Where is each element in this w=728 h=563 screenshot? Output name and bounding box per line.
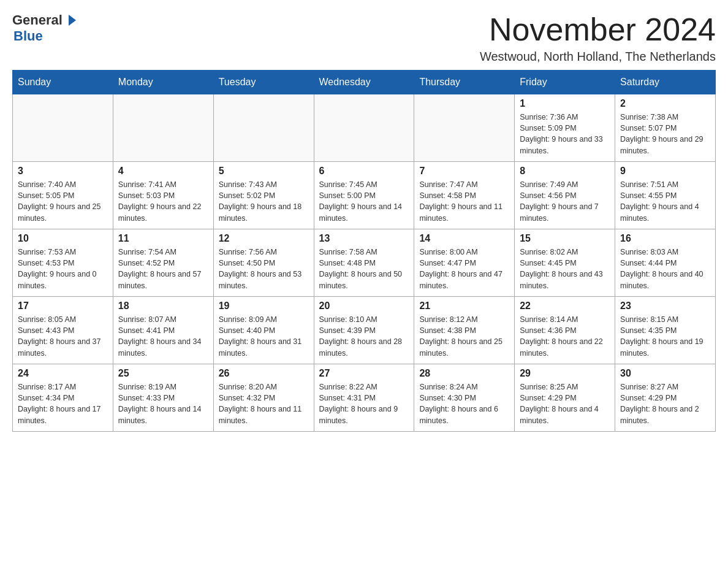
calendar-cell: 7Sunrise: 7:47 AM Sunset: 4:58 PM Daylig… <box>414 162 515 229</box>
calendar-cell <box>314 94 414 162</box>
calendar-cell: 27Sunrise: 8:22 AM Sunset: 4:31 PM Dayli… <box>314 364 414 432</box>
calendar-cell: 30Sunrise: 8:27 AM Sunset: 4:29 PM Dayli… <box>615 364 716 432</box>
page-header: General Blue November 2024 Westwoud, Nor… <box>12 12 716 64</box>
day-info: Sunrise: 8:10 AM Sunset: 4:39 PM Dayligh… <box>319 314 409 359</box>
calendar-cell: 22Sunrise: 8:14 AM Sunset: 4:36 PM Dayli… <box>515 297 615 364</box>
calendar-cell: 21Sunrise: 8:12 AM Sunset: 4:38 PM Dayli… <box>414 297 515 364</box>
day-number: 6 <box>319 166 409 177</box>
day-number: 16 <box>620 233 710 244</box>
day-number: 5 <box>219 166 309 177</box>
day-info: Sunrise: 7:47 AM Sunset: 4:58 PM Dayligh… <box>419 179 509 224</box>
weekday-header-row: SundayMondayTuesdayWednesdayThursdayFrid… <box>13 71 716 94</box>
calendar-cell: 23Sunrise: 8:15 AM Sunset: 4:35 PM Dayli… <box>615 297 716 364</box>
calendar-cell: 9Sunrise: 7:51 AM Sunset: 4:55 PM Daylig… <box>615 162 716 229</box>
day-info: Sunrise: 8:14 AM Sunset: 4:36 PM Dayligh… <box>520 314 610 359</box>
day-info: Sunrise: 8:05 AM Sunset: 4:43 PM Dayligh… <box>18 314 108 359</box>
day-info: Sunrise: 7:56 AM Sunset: 4:50 PM Dayligh… <box>219 247 309 291</box>
day-info: Sunrise: 7:38 AM Sunset: 5:07 PM Dayligh… <box>620 112 710 156</box>
svg-marker-0 <box>69 15 76 26</box>
calendar-cell: 16Sunrise: 8:03 AM Sunset: 4:44 PM Dayli… <box>615 229 716 297</box>
calendar-cell: 6Sunrise: 7:45 AM Sunset: 5:00 PM Daylig… <box>314 162 414 229</box>
day-number: 21 <box>419 301 509 312</box>
logo-blue-text: Blue <box>13 28 43 44</box>
day-info: Sunrise: 7:41 AM Sunset: 5:03 PM Dayligh… <box>118 179 208 224</box>
week-row-5: 24Sunrise: 8:17 AM Sunset: 4:34 PM Dayli… <box>13 364 716 432</box>
day-number: 3 <box>18 166 108 177</box>
weekday-header-saturday: Saturday <box>615 71 716 94</box>
day-number: 17 <box>18 301 108 312</box>
calendar-cell: 5Sunrise: 7:43 AM Sunset: 5:02 PM Daylig… <box>213 162 314 229</box>
calendar-cell: 12Sunrise: 7:56 AM Sunset: 4:50 PM Dayli… <box>213 229 314 297</box>
calendar-cell: 11Sunrise: 7:54 AM Sunset: 4:52 PM Dayli… <box>113 229 213 297</box>
calendar-cell: 24Sunrise: 8:17 AM Sunset: 4:34 PM Dayli… <box>13 364 113 432</box>
day-number: 4 <box>118 166 208 177</box>
calendar-cell: 3Sunrise: 7:40 AM Sunset: 5:05 PM Daylig… <box>13 162 113 229</box>
day-info: Sunrise: 8:27 AM Sunset: 4:29 PM Dayligh… <box>620 381 710 426</box>
day-number: 18 <box>118 301 208 312</box>
day-info: Sunrise: 8:02 AM Sunset: 4:45 PM Dayligh… <box>520 247 610 291</box>
day-info: Sunrise: 8:17 AM Sunset: 4:34 PM Dayligh… <box>18 381 108 426</box>
calendar-cell: 26Sunrise: 8:20 AM Sunset: 4:32 PM Dayli… <box>213 364 314 432</box>
calendar-cell: 28Sunrise: 8:24 AM Sunset: 4:30 PM Dayli… <box>414 364 515 432</box>
calendar-cell: 18Sunrise: 8:07 AM Sunset: 4:41 PM Dayli… <box>113 297 213 364</box>
day-info: Sunrise: 7:36 AM Sunset: 5:09 PM Dayligh… <box>520 112 610 156</box>
weekday-header-sunday: Sunday <box>13 71 113 94</box>
day-number: 25 <box>118 368 208 379</box>
calendar-cell: 8Sunrise: 7:49 AM Sunset: 4:56 PM Daylig… <box>515 162 615 229</box>
day-number: 11 <box>118 233 208 244</box>
day-number: 28 <box>419 368 509 379</box>
week-row-1: 1Sunrise: 7:36 AM Sunset: 5:09 PM Daylig… <box>13 94 716 162</box>
calendar-cell <box>414 94 515 162</box>
day-number: 12 <box>219 233 309 244</box>
calendar-cell: 25Sunrise: 8:19 AM Sunset: 4:33 PM Dayli… <box>113 364 213 432</box>
calendar-cell <box>213 94 314 162</box>
weekday-header-friday: Friday <box>515 71 615 94</box>
day-info: Sunrise: 7:54 AM Sunset: 4:52 PM Dayligh… <box>118 247 208 291</box>
day-number: 24 <box>18 368 108 379</box>
day-info: Sunrise: 8:03 AM Sunset: 4:44 PM Dayligh… <box>620 247 710 291</box>
day-number: 19 <box>219 301 309 312</box>
week-row-2: 3Sunrise: 7:40 AM Sunset: 5:05 PM Daylig… <box>13 162 716 229</box>
day-number: 26 <box>219 368 309 379</box>
day-number: 20 <box>319 301 409 312</box>
day-info: Sunrise: 7:58 AM Sunset: 4:48 PM Dayligh… <box>319 247 409 291</box>
day-number: 15 <box>520 233 610 244</box>
day-info: Sunrise: 7:51 AM Sunset: 4:55 PM Dayligh… <box>620 179 710 224</box>
day-info: Sunrise: 7:53 AM Sunset: 4:53 PM Dayligh… <box>18 247 108 291</box>
calendar-cell: 4Sunrise: 7:41 AM Sunset: 5:03 PM Daylig… <box>113 162 213 229</box>
day-info: Sunrise: 8:20 AM Sunset: 4:32 PM Dayligh… <box>219 381 309 426</box>
day-number: 1 <box>520 98 610 109</box>
calendar-cell <box>13 94 113 162</box>
day-number: 9 <box>620 166 710 177</box>
day-info: Sunrise: 8:15 AM Sunset: 4:35 PM Dayligh… <box>620 314 710 359</box>
calendar-cell: 19Sunrise: 8:09 AM Sunset: 4:40 PM Dayli… <box>213 297 314 364</box>
day-number: 30 <box>620 368 710 379</box>
week-row-3: 10Sunrise: 7:53 AM Sunset: 4:53 PM Dayli… <box>13 229 716 297</box>
day-info: Sunrise: 7:45 AM Sunset: 5:00 PM Dayligh… <box>319 179 409 224</box>
weekday-header-thursday: Thursday <box>414 71 515 94</box>
calendar-cell: 29Sunrise: 8:25 AM Sunset: 4:29 PM Dayli… <box>515 364 615 432</box>
day-info: Sunrise: 8:00 AM Sunset: 4:47 PM Dayligh… <box>419 247 509 291</box>
day-number: 2 <box>620 98 710 109</box>
day-number: 10 <box>18 233 108 244</box>
calendar-cell: 13Sunrise: 7:58 AM Sunset: 4:48 PM Dayli… <box>314 229 414 297</box>
calendar-cell: 10Sunrise: 7:53 AM Sunset: 4:53 PM Dayli… <box>13 229 113 297</box>
month-title: November 2024 <box>480 12 716 47</box>
calendar-cell <box>113 94 213 162</box>
day-info: Sunrise: 8:19 AM Sunset: 4:33 PM Dayligh… <box>118 381 208 426</box>
day-info: Sunrise: 8:07 AM Sunset: 4:41 PM Dayligh… <box>118 314 208 359</box>
day-number: 14 <box>419 233 509 244</box>
day-number: 23 <box>620 301 710 312</box>
calendar-cell: 20Sunrise: 8:10 AM Sunset: 4:39 PM Dayli… <box>314 297 414 364</box>
day-info: Sunrise: 7:40 AM Sunset: 5:05 PM Dayligh… <box>18 179 108 224</box>
calendar-cell: 15Sunrise: 8:02 AM Sunset: 4:45 PM Dayli… <box>515 229 615 297</box>
logo-general-text: General <box>12 12 63 28</box>
title-area: November 2024 Westwoud, North Holland, T… <box>480 12 716 64</box>
day-number: 29 <box>520 368 610 379</box>
day-number: 13 <box>319 233 409 244</box>
calendar-cell: 1Sunrise: 7:36 AM Sunset: 5:09 PM Daylig… <box>515 94 615 162</box>
day-number: 22 <box>520 301 610 312</box>
day-number: 8 <box>520 166 610 177</box>
weekday-header-tuesday: Tuesday <box>213 71 314 94</box>
logo-arrow-icon <box>65 13 78 27</box>
